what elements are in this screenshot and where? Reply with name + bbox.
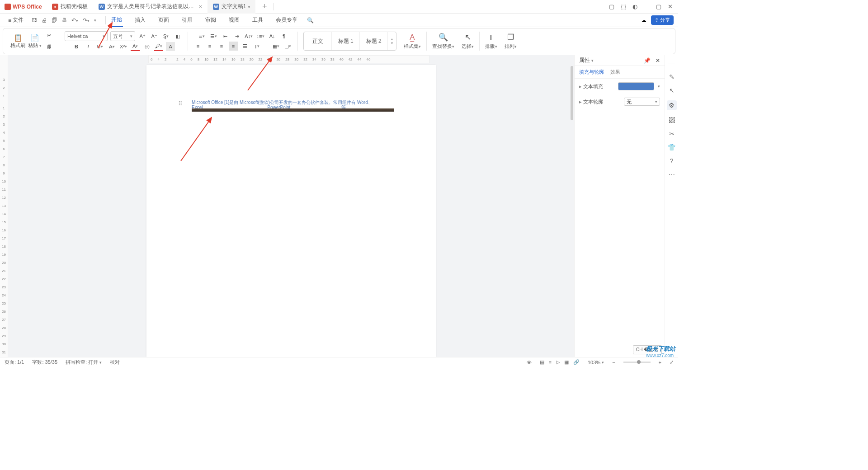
style-normal[interactable]: 正文 (304, 32, 332, 50)
format-brush-button[interactable]: 📋 格式刷 (10, 33, 25, 49)
panel-close-icon[interactable]: ✕ (656, 57, 660, 64)
new-tab-button[interactable]: + (258, 0, 271, 13)
tab-tools[interactable]: 工具 (251, 14, 264, 27)
line-spacing-icon[interactable]: ↕≡▾ (256, 32, 265, 41)
apparel-icon[interactable]: 👕 (668, 144, 675, 151)
style-h2[interactable]: 标题 2 (360, 32, 388, 50)
style-more[interactable]: ▴▾ (388, 32, 396, 50)
distribute-icon[interactable]: ☰ (241, 42, 250, 51)
page-indicator[interactable]: 页面: 1/1 (5, 359, 24, 366)
spell-check-toggle[interactable]: 拼写检查: 打开▾ (66, 359, 102, 366)
align-left-icon[interactable]: ≡ (193, 42, 203, 51)
settings-icon[interactable]: ⚙ (667, 100, 677, 110)
char-shading-icon[interactable]: A (166, 42, 175, 51)
paste-button[interactable]: 📄 粘贴 ▾ (28, 33, 42, 49)
zoom-control[interactable]: 103% ▾ (588, 360, 604, 365)
qat-more-icon[interactable]: ▾ (94, 18, 96, 23)
maximize-icon[interactable]: ▢ (656, 3, 661, 10)
copy-icon[interactable]: 🗐 (44, 42, 53, 52)
fit-icon[interactable]: ⤢ (670, 359, 674, 365)
proofread[interactable]: 校对 (110, 359, 120, 366)
tab-fill-outline[interactable]: 填充与轮廓 (579, 69, 604, 75)
change-case-icon[interactable]: Ȿ▾ (161, 32, 170, 41)
window-close-icon[interactable]: ✕ (668, 3, 673, 10)
layout-button[interactable]: ⫿ 排版▾ (481, 28, 501, 54)
cut-icon[interactable]: ✂ (44, 31, 53, 40)
close-icon[interactable]: ✕ (198, 4, 202, 9)
clear-format-icon[interactable]: ◧ (173, 32, 182, 41)
file-menu[interactable]: ≡ 文件 (5, 16, 27, 24)
view-outline-icon[interactable]: ≡ (549, 359, 552, 365)
spacing-icon[interactable]: ⫿▾ (252, 42, 261, 51)
scrollbar[interactable] (570, 63, 574, 357)
help-icon[interactable]: ? (670, 157, 674, 164)
superscript-icon[interactable]: X²▾ (119, 42, 128, 51)
eye-icon[interactable]: 👁 (527, 360, 532, 365)
style-set-button[interactable]: A̲ 样式集▾ (400, 28, 425, 54)
avatar-icon[interactable]: ◐ (632, 3, 637, 10)
style-gallery[interactable]: 正文 标题 1 标题 2 ▴▾ (303, 32, 396, 51)
zoom-slider[interactable] (623, 362, 651, 363)
fill-color-picker[interactable] (618, 82, 654, 90)
indent-decrease-icon[interactable]: ⇤ (221, 32, 230, 41)
tools-icon[interactable]: ✂ (669, 130, 675, 137)
bold-icon[interactable]: B (72, 42, 81, 51)
strike-icon[interactable]: A̶▾ (107, 42, 116, 51)
minimize-icon[interactable]: — (644, 3, 650, 10)
shading-icon[interactable]: ▦▾ (271, 42, 280, 51)
font-size-select[interactable]: 五号▾ (110, 31, 135, 41)
borders-icon[interactable]: ▢▾ (283, 42, 292, 51)
underline-icon[interactable]: U▾ (95, 42, 104, 51)
tab-doc3[interactable]: W 文字文稿1 (208, 0, 256, 14)
font-color-icon[interactable]: A▾ (131, 42, 140, 51)
print-quick-icon[interactable]: 🖨 (42, 17, 47, 24)
pencil-icon[interactable]: ✎ (669, 73, 675, 80)
chevron-down-icon[interactable]: ▾ (658, 84, 660, 89)
tab-insert[interactable]: 插入 (134, 14, 146, 27)
redo-icon[interactable]: ↷▾ (83, 17, 90, 24)
numbering-icon[interactable]: ☰▾ (209, 32, 218, 41)
align-center-icon[interactable]: ≡ (205, 42, 214, 51)
more-icon[interactable]: ⋯ (669, 171, 675, 178)
reader-mode-icon[interactable]: ▢ (609, 3, 614, 10)
font-name-select[interactable]: Helvetica▾ (65, 31, 108, 41)
italic-icon[interactable]: I (84, 42, 93, 51)
collapse-icon[interactable]: — (669, 60, 675, 67)
tab-reference[interactable]: 引用 (181, 14, 193, 27)
view-page-icon[interactable]: ▤ (540, 359, 544, 365)
select-button[interactable]: ↖ 选择▾ (458, 28, 477, 54)
style-h1[interactable]: 标题 1 (332, 32, 360, 50)
tab-review[interactable]: 审阅 (204, 14, 217, 27)
tab-page[interactable]: 页面 (157, 14, 170, 27)
link-icon[interactable]: 🔗 (573, 359, 580, 365)
search-icon[interactable]: 🔍 (306, 16, 315, 25)
page[interactable]: ⠿ Microsoft Office [1]是由 Microsoft(微软)公司… (146, 65, 436, 357)
view-web-icon[interactable]: ▦ (564, 359, 569, 365)
show-marks-icon[interactable]: ¶ (279, 32, 288, 41)
cloud-icon[interactable]: ☁ (641, 17, 646, 24)
view-read-icon[interactable]: ▷ (556, 359, 560, 365)
text-direction-icon[interactable]: A↕▾ (244, 32, 253, 41)
bullets-icon[interactable]: ≣▾ (197, 32, 206, 41)
image-icon[interactable]: 🖼 (669, 117, 675, 124)
tab-effects[interactable]: 效果 (610, 69, 620, 75)
share-button[interactable]: ⇪ 分享 (651, 15, 674, 25)
zoom-out-icon[interactable]: − (612, 360, 615, 365)
tab-home[interactable]: 开始 (110, 14, 123, 27)
highlight-icon[interactable]: 🖍▾ (154, 42, 163, 51)
cursor-icon[interactable]: ↖ (669, 87, 675, 94)
sort-icon[interactable]: A↓ (268, 32, 277, 41)
undo-icon[interactable]: ↶▾ (71, 17, 78, 24)
arrange-button[interactable]: ❐ 排列▾ (501, 28, 520, 54)
tab-doc2[interactable]: W 文字是人类用符号记录表达信息以… ✕ (93, 0, 208, 14)
tab-view[interactable]: 视图 (228, 14, 241, 27)
tab-templates[interactable]: ♦ 找稻壳模板 (47, 0, 93, 14)
align-right-icon[interactable]: ≡ (217, 42, 226, 51)
phonetic-icon[interactable]: ㊥ (142, 42, 151, 51)
justify-icon[interactable]: ≡ (229, 42, 238, 51)
tab-member[interactable]: 会员专享 (275, 14, 298, 27)
decrease-font-icon[interactable]: A⁻ (150, 32, 159, 41)
increase-font-icon[interactable]: A⁺ (138, 32, 147, 41)
cube-icon[interactable]: ⬚ (621, 3, 626, 10)
find-replace-button[interactable]: 🔍 查找替换▾ (429, 28, 458, 54)
